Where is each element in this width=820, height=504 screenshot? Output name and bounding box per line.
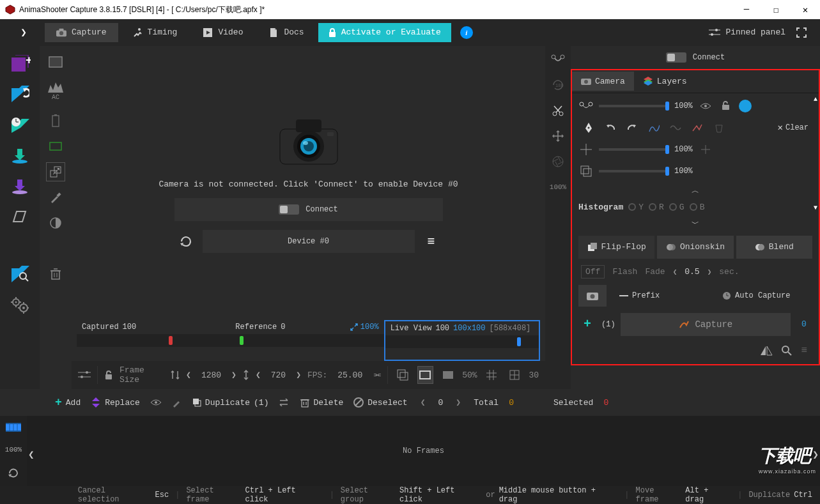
link-icon[interactable]: ⫘	[373, 370, 381, 380]
menu-toggle-icon[interactable]: ❯	[20, 26, 27, 39]
chevron-right-icon[interactable]: ❯	[453, 397, 463, 408]
search-icon[interactable]	[782, 346, 792, 356]
hist-r-radio[interactable]	[649, 203, 656, 211]
grid-overlap-icon[interactable]	[394, 366, 410, 384]
timeline-track[interactable]: ❮ No Frames ❯	[27, 416, 820, 486]
color-indicator[interactable]	[739, 100, 752, 112]
window-maximize[interactable]: ☐	[761, 0, 791, 19]
fade-value[interactable]: 0.5	[685, 267, 699, 277]
redo-icon[interactable]	[624, 120, 640, 135]
crosshair-icon[interactable]	[578, 142, 594, 157]
schedule-icon[interactable]	[8, 114, 31, 137]
import-icon[interactable]	[8, 83, 31, 106]
prefix-button[interactable]: Prefix	[613, 285, 709, 307]
tab-capture[interactable]: Capture	[45, 23, 118, 42]
perspective-icon[interactable]	[8, 206, 31, 229]
rotate-icon[interactable]: 180	[550, 77, 566, 93]
device-menu-icon[interactable]: ≡	[420, 230, 443, 253]
download-blue-icon[interactable]	[8, 144, 31, 167]
inspect-icon[interactable]	[8, 263, 31, 286]
adjust-icon[interactable]	[78, 370, 91, 379]
settings-icon[interactable]	[8, 294, 31, 317]
expand-icon[interactable]	[350, 323, 358, 331]
pen-icon[interactable]	[581, 120, 596, 135]
clear-button[interactable]: ✕Clear	[774, 121, 812, 134]
window-minimize[interactable]: ─	[732, 0, 761, 19]
scroll-down-icon[interactable]: ▼	[814, 204, 817, 211]
bucket-icon[interactable]	[711, 120, 727, 135]
device-select[interactable]: Device #0	[203, 230, 415, 253]
menu-lines-icon[interactable]: ≡	[801, 345, 807, 356]
add-frame-button[interactable]: +Add	[55, 396, 81, 409]
onionskin-button[interactable]: Onionskin	[657, 236, 733, 259]
swap-wh-icon[interactable]	[171, 370, 180, 379]
activate-button[interactable]: Activate or Evaluate	[318, 23, 451, 42]
grid-opacity-slider[interactable]	[599, 148, 669, 151]
hist-b-radio[interactable]	[690, 203, 697, 211]
collapse-up-icon[interactable]: ︿	[578, 185, 812, 196]
battery-icon[interactable]	[46, 111, 65, 130]
fade-fade[interactable]: Fade	[645, 267, 665, 277]
capture-button[interactable]: Capture	[621, 313, 791, 336]
refresh-tl-icon[interactable]	[8, 468, 19, 479]
expand-down-icon[interactable]: ﹀	[578, 218, 812, 229]
frame-opacity-slider[interactable]	[599, 170, 669, 172]
grid-fill-icon[interactable]	[440, 366, 456, 384]
histogram-icon[interactable]: AC	[46, 78, 65, 105]
pinned-panel-toggle[interactable]: Pinned panel	[709, 27, 785, 37]
curve-icon[interactable]	[550, 51, 566, 68]
delete-button[interactable]: Delete	[300, 397, 343, 408]
aperture-icon[interactable]	[550, 153, 566, 170]
grid-rect-icon[interactable]	[417, 366, 433, 384]
scroll-up-icon[interactable]: ▲	[814, 96, 817, 103]
undo-icon[interactable]	[603, 120, 618, 135]
frame-overlap-icon[interactable]	[578, 164, 594, 179]
reverse-button[interactable]	[279, 399, 290, 406]
chevron-left-icon[interactable]: ❮	[418, 397, 428, 408]
move-icon[interactable]	[550, 128, 566, 144]
chevron-right-icon[interactable]: ❯	[708, 268, 712, 276]
unlock-icon[interactable]	[104, 370, 113, 380]
grid-lines-icon[interactable]	[484, 366, 500, 384]
reference-slider[interactable]	[230, 334, 383, 347]
fade-off[interactable]: Off	[581, 265, 605, 279]
frame-width[interactable]: 1280	[197, 367, 225, 383]
chevron-left-icon[interactable]: ❮	[256, 370, 261, 380]
flipflop-button[interactable]: Flip-Flop	[578, 236, 654, 259]
cut-icon[interactable]	[550, 102, 566, 119]
brush-button[interactable]	[172, 397, 182, 408]
autocapture-button[interactable]: Auto Capture	[716, 285, 812, 307]
mirror-icon[interactable]	[760, 346, 773, 356]
tl-chevron-left-icon[interactable]: ❮	[28, 448, 35, 461]
tab-docs[interactable]: Docs	[257, 23, 315, 42]
eyedropper-icon[interactable]	[46, 188, 65, 207]
fps-value[interactable]: 25.00	[334, 367, 366, 383]
panel-connect-toggle[interactable]	[666, 52, 686, 63]
chevron-right-icon[interactable]: ❯	[231, 370, 236, 380]
refresh-devices-icon[interactable]	[174, 230, 197, 253]
unlock-icon[interactable]	[718, 98, 734, 114]
opacity-slider[interactable]	[599, 105, 669, 107]
frame-icon[interactable]	[46, 52, 65, 72]
deselect-button[interactable]: Deselect	[353, 397, 407, 408]
vertical-arrows-icon[interactable]	[243, 370, 249, 380]
path-icon[interactable]	[646, 120, 661, 135]
tab-video[interactable]: Video	[191, 23, 254, 42]
panel-tab-camera[interactable]: Camera	[572, 72, 634, 91]
hist-g-radio[interactable]	[669, 203, 677, 211]
download-purple-icon[interactable]	[8, 175, 31, 198]
add-layer-icon[interactable]: +	[8, 52, 31, 75]
info-button[interactable]: i	[460, 26, 473, 39]
frame-height[interactable]: 720	[267, 367, 290, 383]
replace-frame-button[interactable]: Replace	[91, 397, 140, 408]
chevron-left-icon[interactable]: ❮	[186, 370, 191, 380]
hist-y-radio[interactable]	[628, 203, 636, 211]
brightness-curve-icon[interactable]	[690, 120, 705, 135]
capture-preview-icon[interactable]	[578, 285, 607, 307]
scale-icon[interactable]	[46, 162, 65, 181]
hide-button[interactable]	[150, 399, 162, 406]
chevron-right-icon[interactable]: ❯	[296, 370, 301, 380]
captured-slider[interactable]	[77, 334, 230, 347]
duplicate-button[interactable]: Duplicate (1)	[192, 398, 269, 408]
grid-4x4-icon[interactable]	[506, 366, 522, 384]
